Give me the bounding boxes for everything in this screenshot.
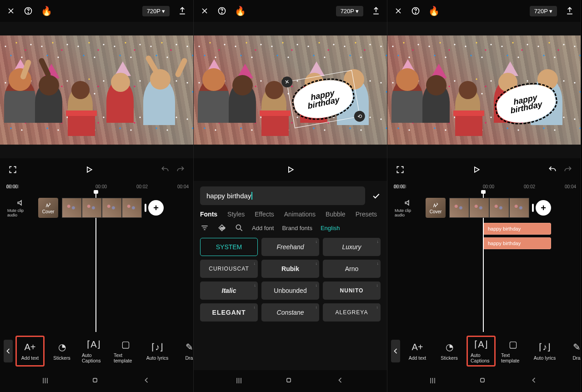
video-track: Mute clip audio Cover + xyxy=(387,196,581,219)
nav-recents[interactable]: III xyxy=(42,377,48,385)
clip-strip[interactable] xyxy=(449,198,529,218)
font-rubik[interactable]: ↓Rubik xyxy=(261,260,319,278)
font-unbounded[interactable]: ↓Unbounded xyxy=(261,281,319,300)
nav-home[interactable] xyxy=(284,376,293,387)
svg-text:OFF: OFF xyxy=(221,227,225,230)
cover-thumb[interactable]: Cover xyxy=(426,198,446,218)
tab-bubble[interactable]: Bubble xyxy=(326,211,346,218)
tool-add-text[interactable]: A+Add text xyxy=(403,336,432,367)
brand-fonts-button[interactable]: Brand fonts xyxy=(282,225,312,231)
preview-area: happybirthday xyxy=(387,22,581,158)
play-icon[interactable] xyxy=(472,165,481,174)
redo-icon[interactable] xyxy=(563,165,572,174)
play-icon[interactable] xyxy=(85,165,94,174)
add-font-button[interactable]: Add font xyxy=(252,225,274,231)
back-button[interactable] xyxy=(4,340,13,362)
resolution-button[interactable]: 720P▾ xyxy=(530,6,557,16)
video-track: Mute clip audio Cover + xyxy=(0,196,193,219)
top-bar: 🔥 720P▾ xyxy=(387,0,581,22)
nav-home[interactable] xyxy=(90,376,100,387)
play-icon[interactable] xyxy=(286,165,295,174)
tool-text-template[interactable]: ▢Text template xyxy=(498,336,527,367)
font-italic[interactable]: ↓Italic xyxy=(200,281,258,300)
bottom-toolbar: A+Add text ◔Stickers ⌈A⌋Auto Captions ▢T… xyxy=(387,332,581,370)
font-nunito[interactable]: ↓NUNITO xyxy=(323,281,381,300)
filter-icon[interactable] xyxy=(200,223,209,232)
tool-stickers[interactable]: ◔Stickers xyxy=(435,336,464,367)
text-input[interactable]: happy birthday xyxy=(200,186,365,205)
playback-row xyxy=(387,158,581,181)
font-elegant[interactable]: ↓ELEGANT xyxy=(200,303,258,322)
tab-presets[interactable]: Presets xyxy=(356,211,377,218)
resolution-button[interactable]: 720P▾ xyxy=(142,6,170,16)
font-alegreya[interactable]: ↓ALEGREYA xyxy=(323,303,381,322)
clip-strip[interactable] xyxy=(62,198,142,218)
phone-screen-3: 🔥 720P▾ happybirthday xyxy=(387,0,581,392)
resolution-button[interactable]: 720P▾ xyxy=(336,6,363,16)
phone-screen-2: 🔥 720P▾ ✕ ⟲ happybirthday xyxy=(194,0,387,392)
nav-recents[interactable]: III xyxy=(430,377,436,385)
tab-styles[interactable]: Styles xyxy=(227,211,245,218)
nav-home[interactable] xyxy=(478,376,487,387)
android-navbar: III xyxy=(387,370,581,392)
text-overlay-selected[interactable]: ✕ ⟲ happybirthday xyxy=(291,76,356,122)
nav-recents[interactable]: III xyxy=(236,377,242,385)
top-bar: 🔥 720P▾ xyxy=(194,0,387,22)
video-preview[interactable] xyxy=(0,35,193,145)
font-arno[interactable]: ↓Arno xyxy=(323,260,381,278)
font-system[interactable]: SYSTEM xyxy=(200,238,258,256)
font-curiouscat[interactable]: ↓CURIOUSCAT xyxy=(200,260,258,278)
nav-back[interactable] xyxy=(529,376,538,387)
svg-rect-7 xyxy=(287,378,291,382)
tool-stickers[interactable]: ◔Stickers xyxy=(47,336,76,367)
close-icon[interactable] xyxy=(394,6,403,15)
fullscreen-icon[interactable] xyxy=(8,165,17,174)
add-clip-button[interactable]: + xyxy=(536,200,551,216)
tool-text-template[interactable]: ▢Text template xyxy=(111,336,140,367)
flame-icon[interactable]: 🔥 xyxy=(235,5,246,16)
fullscreen-icon[interactable] xyxy=(396,165,405,174)
language-filter[interactable]: English xyxy=(321,225,340,231)
help-icon[interactable] xyxy=(24,6,33,15)
font-constane[interactable]: ↓Constane xyxy=(261,303,319,322)
playback-row xyxy=(194,158,387,181)
tool-auto-captions[interactable]: ⌈A⌋Auto Captions xyxy=(79,336,108,367)
svg-point-9 xyxy=(415,13,416,13)
confirm-icon[interactable] xyxy=(371,191,381,201)
undo-icon[interactable] xyxy=(548,165,557,174)
tool-add-text[interactable]: A+Add text xyxy=(15,336,45,367)
flame-icon[interactable]: 🔥 xyxy=(41,5,52,16)
tool-auto-captions[interactable]: ⌈A⌋Auto Captions xyxy=(467,336,496,367)
search-icon[interactable] xyxy=(235,223,244,232)
nav-back[interactable] xyxy=(336,376,345,387)
mute-clip-button[interactable]: Mute clip audio xyxy=(395,198,422,217)
mute-clip-button[interactable]: Mute clip audio xyxy=(7,198,35,217)
tool-draw[interactable]: ✎Dra xyxy=(562,336,581,367)
cover-thumb[interactable]: Cover xyxy=(38,198,58,218)
text-clip-2[interactable]: happy birthday xyxy=(483,237,551,249)
close-icon[interactable] xyxy=(200,6,209,15)
tab-effects[interactable]: Effects xyxy=(255,211,274,218)
undo-icon[interactable] xyxy=(161,165,170,174)
flame-icon[interactable]: 🔥 xyxy=(428,5,440,16)
tool-auto-lyrics[interactable]: ⌈♪⌋Auto lyrics xyxy=(530,336,559,367)
back-button[interactable] xyxy=(391,340,400,362)
font-luxury[interactable]: ↓Luxury xyxy=(323,238,381,256)
add-clip-button[interactable]: + xyxy=(148,200,164,216)
tab-fonts[interactable]: Fonts xyxy=(200,211,217,218)
font-freehand[interactable]: ↓Freehand xyxy=(261,238,319,256)
export-icon[interactable] xyxy=(371,6,381,15)
redo-icon[interactable] xyxy=(176,165,185,174)
help-icon[interactable] xyxy=(411,6,420,15)
tool-draw[interactable]: ✎Dra xyxy=(175,336,193,367)
export-icon[interactable] xyxy=(178,6,187,15)
help-icon[interactable] xyxy=(217,6,226,15)
tab-animations[interactable]: Animations xyxy=(284,211,316,218)
timeline: 00:00 / 00:08 00:00 00:02 00:04 Mute cli… xyxy=(387,181,581,332)
tag-off-icon[interactable]: OFF xyxy=(217,223,226,232)
text-clip-1[interactable]: happy birthday xyxy=(483,223,551,235)
nav-back[interactable] xyxy=(142,376,151,387)
close-icon[interactable] xyxy=(6,6,15,15)
export-icon[interactable] xyxy=(565,6,574,15)
tool-auto-lyrics[interactable]: ⌈♪⌋Auto lyrics xyxy=(143,336,172,367)
